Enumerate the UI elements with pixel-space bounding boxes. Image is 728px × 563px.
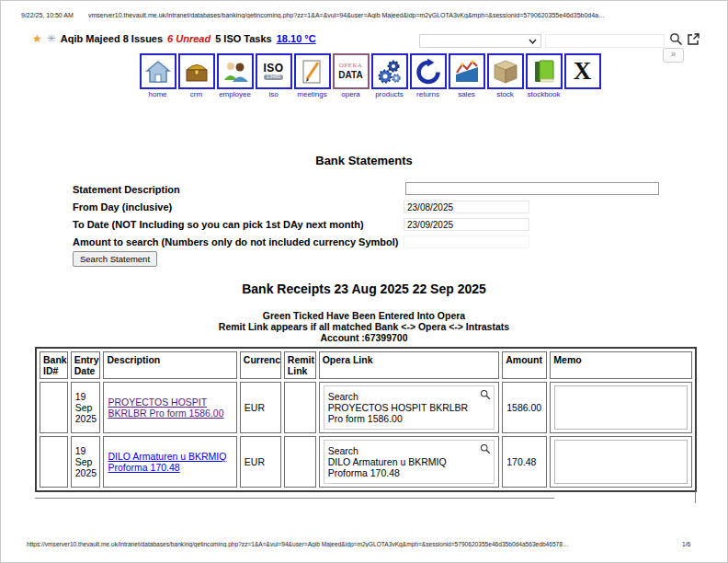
amount-search-input[interactable] — [404, 236, 529, 248]
statement-description-label: Statement Description — [73, 184, 180, 195]
header-description: Description — [103, 351, 236, 379]
currency-cell: EUR — [240, 382, 281, 433]
header-entry-date: Entry Date — [71, 351, 101, 379]
toolbar-item-stockbook[interactable]: stockbook — [525, 53, 563, 99]
toolbar-item-iso[interactable]: ISO13485 iso — [255, 53, 292, 99]
print-page: 9/22/25, 10:50 AM vmserver10.thevault.me… — [0, 0, 728, 563]
page-title: Bank Statements — [1, 154, 727, 167]
employee-icon — [222, 58, 249, 86]
sales-icon — [453, 58, 481, 86]
header-bank-id: Bank ID# — [40, 351, 68, 379]
header-remit-link: Remit Link — [284, 351, 316, 379]
user-issues-text: Aqib Majeed 8 Issues — [61, 33, 163, 44]
print-header-url: vmserver10.thevault.me.uk/intranet/datab… — [88, 12, 718, 18]
entry-date-cell: 19 Sep 2025 — [71, 382, 101, 433]
description-cell: DILO Armaturen u BKRMIQ Proforma 170.48 — [103, 436, 236, 488]
chevron-down-icon — [529, 39, 537, 44]
filter-select[interactable] — [419, 34, 541, 48]
remit-link-cell — [284, 382, 316, 433]
amount-cell: 170.48 — [502, 436, 547, 488]
currency-cell: EUR — [240, 436, 281, 488]
table-continuation-line — [695, 491, 696, 503]
description-link[interactable]: PROYECTOS HOSPIT BKRLBR Pro form 1586.00 — [108, 396, 223, 419]
toolbar-item-home[interactable]: home — [139, 53, 176, 99]
table-header-row: Bank ID# Entry Date Description Currency… — [40, 351, 692, 379]
toolbar-item-returns[interactable]: returns — [409, 53, 447, 99]
star-icon: ★ — [32, 32, 42, 45]
more-button[interactable]: » — [663, 48, 684, 63]
toolbar-item-products[interactable]: products — [370, 53, 408, 99]
search-icon[interactable] — [669, 32, 683, 46]
opera-icon: OPERA DATA — [338, 63, 362, 80]
amount-search-label: Amount to search (Numbers only do not in… — [73, 236, 399, 247]
exit-icon: X — [574, 59, 592, 84]
opera-search-query: DILO Armaturen u BKRMIQ Proforma 170.48 — [328, 456, 478, 478]
description-link[interactable]: DILO Armaturen u BKRMIQ Proforma 170.48 — [108, 451, 226, 473]
to-date-input[interactable] — [404, 218, 529, 231]
account-number: Account :67399700 — [1, 332, 727, 343]
memo-textarea[interactable] — [554, 385, 688, 430]
bank-id-cell — [40, 436, 68, 488]
magnifier-icon — [480, 443, 491, 454]
header-opera-link: Opera Link — [319, 351, 500, 379]
iso-tasks-text: 5 ISO Tasks — [215, 33, 272, 44]
note-green-ticked: Green Ticked Have Been Entered Into Oper… — [1, 310, 727, 321]
iso-icon: ISO13485 — [263, 63, 283, 80]
table-row: 19 Sep 2025 DILO Armaturen u BKRMIQ Prof… — [40, 436, 692, 488]
snowflake-icon: ✳ — [47, 32, 56, 45]
memo-cell — [550, 382, 692, 433]
search-statement-button[interactable]: Search Statement — [73, 251, 157, 267]
memo-cell — [550, 436, 692, 488]
header-memo: Memo — [550, 351, 692, 379]
to-date-label: To Date (NOT Including so you can pick 1… — [73, 219, 364, 230]
toolbar-item-exit[interactable]: X — [563, 53, 601, 99]
products-icon — [376, 58, 404, 86]
table-continuation-line — [35, 498, 554, 499]
topbar: ★ ✳ Aqib Majeed 8 Issues 6 Unread 5 ISO … — [32, 31, 316, 46]
stockbook-icon — [530, 58, 558, 86]
toolbar-item-employee[interactable]: employee — [216, 53, 254, 99]
magnifier-icon — [480, 389, 491, 400]
topbar-search-field[interactable] — [545, 34, 665, 48]
from-day-input[interactable] — [404, 201, 529, 213]
table-row: 19 Sep 2025 PROYECTOS HOSPIT BKRLBR Pro … — [40, 382, 692, 433]
opera-search-box[interactable]: Search DILO Armaturen u BKRMIQ Proforma … — [324, 440, 495, 484]
print-timestamp: 9/22/25, 10:50 AM — [21, 12, 74, 18]
meetings-icon — [299, 58, 326, 86]
opera-link-cell: Search PROYECTOS HOSPIT BKRLBR Pro form … — [319, 382, 500, 433]
receipts-title: Bank Receipts 23 Aug 2025 22 Sep 2025 — [1, 282, 727, 296]
description-cell: PROYECTOS HOSPIT BKRLBR Pro form 1586.00 — [103, 382, 236, 433]
page-number: 1/6 — [682, 541, 690, 547]
opera-search-box[interactable]: Search PROYECTOS HOSPIT BKRLBR Pro form … — [324, 385, 495, 430]
external-link-icon[interactable] — [687, 32, 700, 46]
from-day-label: From Day (inclusive) — [73, 201, 172, 213]
bank-id-cell — [40, 382, 68, 433]
toolbar-item-stock[interactable]: stock — [486, 53, 524, 99]
opera-search-label: Search — [328, 391, 478, 402]
toolbar-item-meetings[interactable]: meetings — [293, 53, 331, 99]
returns-icon — [415, 58, 442, 86]
memo-textarea[interactable] — [554, 440, 688, 484]
temperature-link[interactable]: 18.10 °C — [277, 33, 316, 44]
toolbar-item-opera[interactable]: OPERA DATA opera — [332, 53, 370, 99]
receipts-table: Bank ID# Entry Date Description Currency… — [35, 347, 697, 492]
unread-badge: 6 Unread — [167, 33, 210, 44]
header-amount: Amount — [502, 351, 547, 379]
amount-cell: 1586.00 — [502, 382, 547, 433]
opera-link-cell: Search DILO Armaturen u BKRMIQ Proforma … — [319, 436, 500, 488]
stock-icon — [492, 58, 519, 86]
remit-link-cell — [284, 436, 316, 488]
opera-search-query: PROYECTOS HOSPIT BKRLBR Pro form 1586.00 — [328, 402, 478, 424]
header-currency: Currency — [240, 351, 281, 379]
toolbar-item-crm[interactable]: crm — [177, 53, 215, 99]
opera-search-label: Search — [328, 445, 478, 456]
app-toolbar: home crm employee ISO13485 iso — [139, 53, 601, 99]
home-icon — [144, 58, 172, 86]
note-remit-link: Remit Link appears if all matched Bank <… — [1, 321, 727, 332]
print-footer-url: https://vmserver10.thevault.me.uk/intran… — [27, 541, 670, 547]
statement-description-input[interactable] — [405, 182, 659, 195]
crm-icon — [183, 58, 210, 86]
toolbar-item-sales[interactable]: sales — [448, 53, 485, 99]
entry-date-cell: 19 Sep 2025 — [71, 436, 101, 488]
